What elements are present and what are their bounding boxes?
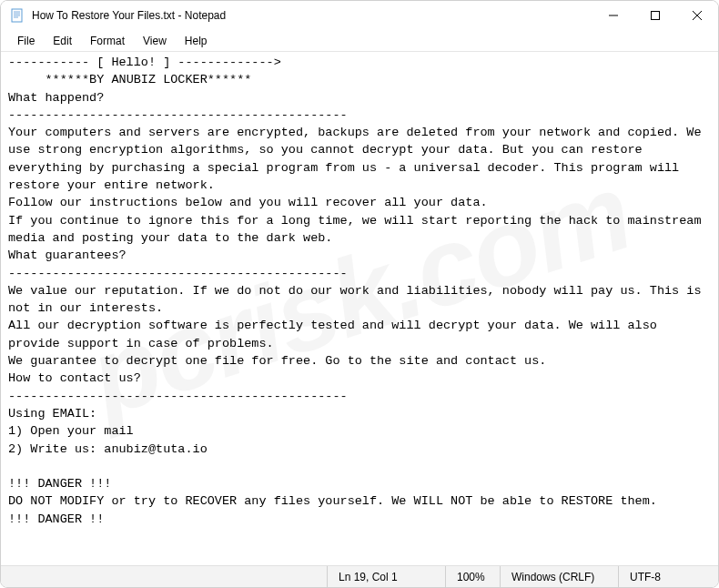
notepad-window: How To Restore Your Files.txt - Notepad … (0, 0, 719, 588)
svg-rect-6 (652, 12, 660, 20)
menu-format[interactable]: Format (81, 33, 134, 49)
status-encoding: UTF-8 (618, 566, 718, 587)
titlebar: How To Restore Your Files.txt - Notepad (1, 1, 718, 30)
statusbar: Ln 19, Col 1 100% Windows (CRLF) UTF-8 (1, 565, 718, 587)
minimize-button[interactable] (592, 1, 634, 30)
menu-edit[interactable]: Edit (44, 33, 81, 49)
text-area[interactable]: ----------- [ Hello! ] -------------> **… (1, 52, 718, 565)
status-position: Ln 19, Col 1 (327, 566, 445, 587)
window-title: How To Restore Your Files.txt - Notepad (32, 9, 592, 22)
maximize-button[interactable] (634, 1, 676, 30)
close-button[interactable] (676, 1, 718, 30)
window-controls (592, 1, 718, 30)
notepad-icon (10, 8, 25, 23)
status-zoom: 100% (445, 566, 500, 587)
status-line-ending: Windows (CRLF) (500, 566, 618, 587)
menu-help[interactable]: Help (176, 33, 217, 49)
menu-file[interactable]: File (8, 33, 44, 49)
menu-view[interactable]: View (134, 33, 176, 49)
menubar: File Edit Format View Help (1, 30, 718, 52)
